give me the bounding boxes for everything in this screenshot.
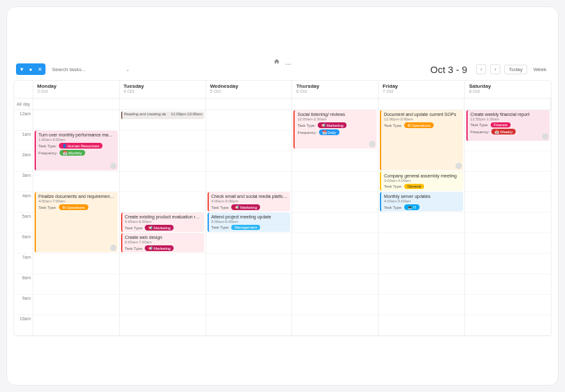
day-header[interactable]: Wednesday5 Oct — [206, 81, 293, 98]
breadcrumb[interactable]: … — [274, 58, 291, 66]
event-card[interactable]: Finalize documents and requirements for … — [35, 192, 118, 252]
avatar-icon — [455, 163, 462, 169]
event-title: Company general assembly meeting — [384, 174, 461, 179]
event-card[interactable]: Reading and creating de 11:00pm-12:00am — [121, 111, 204, 119]
event-time: 1:00am-3:00am — [38, 138, 115, 142]
date-range: Oct 3 - 9 — [430, 64, 468, 75]
day-column-friday[interactable]: Document and update current SOPs 11:00pm… — [379, 110, 465, 336]
time-label: 8am — [14, 274, 33, 295]
day-header[interactable]: Tuesday4 Oct — [120, 81, 206, 98]
event-time: 12:00am-2:30am — [297, 117, 374, 121]
event-title: Turn over monthly performance manage — [38, 133, 115, 138]
day-column-tuesday[interactable]: Reading and creating de 11:00pm-12:00am … — [120, 110, 206, 336]
view-selector[interactable]: Week — [531, 65, 549, 74]
event-card[interactable]: Attend project meeting update 5:00am-6:0… — [208, 213, 291, 232]
badge-general: General — [404, 184, 424, 189]
calendar-body: 12am 1am 2am 3am 4am 5am 6am 7am 8am 9am… — [14, 110, 551, 336]
avatar-icon — [110, 163, 117, 169]
day-column-saturday[interactable]: Create weekly financial report 11:55pm-1… — [465, 110, 551, 336]
badge-management: Management — [231, 225, 260, 230]
time-label: 6am — [14, 233, 33, 254]
event-time: 11:00pm-3:00am — [384, 117, 461, 121]
day-header[interactable]: Monday3 Oct — [33, 81, 120, 98]
app-frame: … ▼ ● ✕ ⌄ Oct 3 - 9 ‹ › Today Week Monda… — [6, 6, 559, 386]
day-column-thursday[interactable]: Social listening/ reviews 12:00am-2:30am… — [292, 110, 379, 336]
toggle-icon[interactable]: ● — [26, 65, 35, 74]
event-time: 4:00am-5:00am — [211, 199, 288, 203]
event-card[interactable]: Create web design 6:00am-7:00am Task Typ… — [121, 233, 204, 252]
calendar: Monday3 Oct Tuesday4 Oct Wednesday5 Oct … — [13, 80, 552, 336]
time-label: 9am — [14, 295, 33, 315]
day-header[interactable]: Saturday8 Oct — [465, 81, 551, 98]
event-time: 11:55pm-1:30am — [470, 117, 547, 121]
event-time: 6:00am-7:00am — [125, 240, 202, 244]
allday-label: All day — [14, 99, 33, 110]
badge-operations: ⚙ Operations — [59, 204, 88, 210]
next-button[interactable]: › — [490, 64, 500, 74]
event-title: Create web design — [125, 235, 202, 240]
event-time: 11:00pm-12:00am — [171, 112, 202, 118]
badge-weekly: 📅 Weekly — [491, 129, 516, 135]
badge-marketing: 📢 Marketing — [231, 204, 260, 210]
event-title: Attend project meeting update — [211, 215, 288, 220]
event-time: 5:00am-6:00am — [211, 220, 288, 224]
badge-operations: ⚙ Operations — [404, 122, 434, 128]
time-label: 2am — [14, 151, 33, 172]
time-label: 1am — [14, 131, 33, 151]
event-card[interactable]: Check email and social media platforms 4… — [208, 192, 291, 211]
badge-daily: 📅 Daily — [319, 129, 340, 135]
time-label: 4am — [14, 192, 33, 213]
time-label: 10am — [14, 315, 33, 336]
toolbar-buttons: ▼ ● ✕ — [16, 63, 45, 75]
event-title: Reading and creating de — [124, 112, 166, 118]
time-labels: 12am 1am 2am 3am 4am 5am 6am 7am 8am 9am… — [14, 110, 33, 336]
time-label: 12am — [14, 110, 33, 131]
day-header[interactable]: Friday7 Oct — [379, 81, 465, 98]
event-title: Create weekly financial report — [470, 112, 547, 117]
filter-icon[interactable]: ▼ — [17, 65, 26, 74]
avatar-icon — [369, 141, 375, 147]
event-card[interactable]: Document and update current SOPs 11:00pm… — [380, 110, 463, 170]
close-icon[interactable]: ✕ — [35, 65, 44, 74]
day-header[interactable]: Thursday6 Oct — [292, 81, 379, 98]
event-title: Monthly server updates — [384, 194, 461, 199]
badge-marketing: 📢 Marketing — [318, 122, 347, 128]
day-column-monday[interactable]: Turn over monthly performance manage 1:0… — [33, 110, 120, 336]
event-card[interactable]: Create weekly financial report 11:55pm-1… — [466, 110, 550, 141]
badge-marketing: 📢 Marketing — [145, 225, 174, 231]
event-time: 5:00am-6:00am — [125, 220, 202, 224]
time-label: 5am — [14, 213, 33, 233]
badge-human-resources: 👤 Human Resources — [59, 143, 102, 149]
event-title: Check email and social media platforms — [211, 194, 288, 199]
avatar-icon — [542, 133, 548, 140]
event-card[interactable]: Create existing product evaluation repor… — [121, 213, 204, 232]
badge-it: 💻 IT — [404, 204, 420, 210]
event-title: Document and update current SOPs — [384, 112, 461, 117]
today-button[interactable]: Today — [504, 65, 527, 74]
event-card[interactable]: Company general assembly meeting 3:00am-… — [380, 172, 463, 191]
breadcrumb-more[interactable]: … — [285, 59, 291, 66]
event-card[interactable]: Monthly server updates 4:00am-5:00am Tas… — [380, 192, 463, 211]
badge-marketing: 📢 Marketing — [145, 245, 174, 251]
event-title: Social listening/ reviews — [297, 112, 374, 117]
event-title: Create existing product evaluation repor — [125, 215, 202, 220]
time-label: 7am — [14, 254, 33, 274]
event-time: 4:00am-7:00am — [38, 199, 115, 203]
time-label: 3am — [14, 172, 33, 192]
event-card[interactable]: Turn over monthly performance manage 1:0… — [35, 131, 118, 170]
event-title: Finalize documents and requirements for — [38, 194, 115, 199]
event-time: 3:00am-4:00am — [384, 179, 461, 183]
home-icon[interactable] — [274, 58, 280, 66]
event-card[interactable]: Social listening/ reviews 12:00am-2:30am… — [293, 110, 377, 149]
search-input[interactable] — [49, 65, 122, 74]
calendar-header: Monday3 Oct Tuesday4 Oct Wednesday5 Oct … — [14, 81, 551, 99]
chevron-down-icon[interactable]: ⌄ — [126, 67, 130, 72]
badge-monthly: 📅 Monthly — [60, 150, 85, 156]
day-column-wednesday[interactable]: Check email and social media platforms 4… — [206, 110, 293, 336]
badge-finance: Finance — [491, 122, 511, 127]
event-time: 4:00am-5:00am — [384, 199, 461, 203]
allday-row: All day — [14, 99, 551, 110]
prev-button[interactable]: ‹ — [476, 64, 486, 74]
avatar-icon — [110, 245, 117, 251]
